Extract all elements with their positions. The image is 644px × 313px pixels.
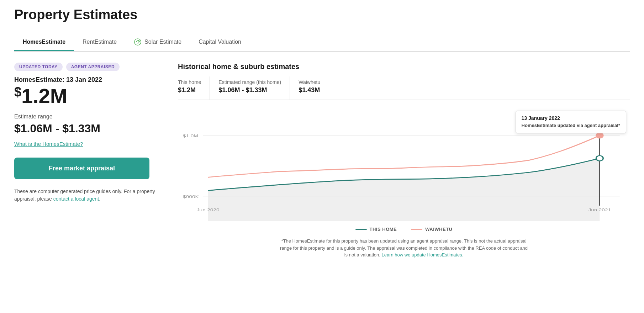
range-label: Estimate range xyxy=(14,113,157,120)
estimate-date: HomesEstimate: 13 Jan 2022 xyxy=(14,76,157,84)
homes-estimate-link[interactable]: What is the HomesEstimate? xyxy=(14,141,157,147)
footnote: *The HomesEstimate for this property has… xyxy=(279,238,528,259)
tab-capital-valuation[interactable]: Capital Valuation xyxy=(190,34,250,51)
chart-tooltip: 13 January 2022 HomesEstimate updated vi… xyxy=(516,111,626,133)
contact-local-agent-link[interactable]: contact a local agent xyxy=(53,196,99,202)
estimate-currency: $ xyxy=(14,85,21,99)
legend-waiwhetu-line xyxy=(411,229,422,230)
stat-estimated-range: Estimated range (this home) $1.06M - $1.… xyxy=(218,76,290,100)
stat-waiwhetu-value: $1.43M xyxy=(299,86,320,94)
legend-this-home-label: THIS HOME xyxy=(370,227,397,232)
chart-title: Historical home & suburb estimates xyxy=(178,63,630,71)
disclaimer-text: These are computer generated price guide… xyxy=(14,188,157,203)
badge-updated-today: UPDATED TODAY xyxy=(14,63,63,71)
svg-point-7 xyxy=(596,133,603,138)
footnote-link[interactable]: Learn how we update HomesEstimates. xyxy=(382,252,464,258)
stat-this-home-label: This home xyxy=(178,79,201,85)
left-panel: UPDATED TODAY AGENT APPRAISED HomesEstim… xyxy=(14,63,157,259)
chart-stats: This home $1.2M Estimated range (this ho… xyxy=(178,76,630,100)
svg-text:Jun 2021: Jun 2021 xyxy=(588,208,611,212)
right-panel: Historical home & suburb estimates This … xyxy=(178,63,630,259)
tab-rent-estimate[interactable]: RentEstimate xyxy=(74,34,125,51)
stat-this-home-value: $1.2M xyxy=(178,86,201,94)
solar-label: Solar Estimate xyxy=(144,39,181,45)
stat-waiwhetu: Waiwhetu $1.43M xyxy=(299,76,329,100)
page-title: Property Estimates xyxy=(14,7,630,22)
estimate-number: 1.2M xyxy=(21,84,67,107)
tab-homes-estimate[interactable]: HomesEstimate xyxy=(14,34,74,51)
legend-waiwhetu: WAIWHETU xyxy=(411,227,452,232)
chart-legend: THIS HOME WAIWHETU xyxy=(178,227,630,232)
tooltip-text: HomesEstimate updated via agent appraisa… xyxy=(522,122,620,129)
stat-range-value: $1.06M - $1.33M xyxy=(218,86,281,94)
chart-area: $1.0M $900K Jun 2020 Jun xyxy=(178,107,630,221)
svg-text:$900K: $900K xyxy=(183,195,199,199)
stat-this-home: This home $1.2M xyxy=(178,76,210,100)
main-content: UPDATED TODAY AGENT APPRAISED HomesEstim… xyxy=(14,63,630,259)
range-value: $1.06M - $1.33M xyxy=(14,122,157,135)
svg-point-6 xyxy=(596,156,603,161)
tab-solar-estimate[interactable]: Solar Estimate xyxy=(125,33,190,52)
solar-icon xyxy=(134,38,142,46)
legend-this-home: THIS HOME xyxy=(355,227,397,232)
estimate-value: $1.2M xyxy=(14,86,157,106)
svg-text:$1.0M: $1.0M xyxy=(183,134,198,138)
stat-waiwhetu-label: Waiwhetu xyxy=(299,79,320,85)
legend-waiwhetu-label: WAIWHETU xyxy=(425,227,452,232)
tabs-container: HomesEstimate RentEstimate Solar Estimat… xyxy=(14,33,630,52)
legend-this-home-line xyxy=(355,229,367,230)
svg-text:Jun 2020: Jun 2020 xyxy=(197,208,220,212)
free-market-appraisal-button[interactable]: Free market appraisal xyxy=(14,158,149,179)
badges-row: UPDATED TODAY AGENT APPRAISED xyxy=(14,63,157,71)
tooltip-date: 13 January 2022 xyxy=(522,115,620,121)
stat-range-label: Estimated range (this home) xyxy=(218,79,281,85)
badge-agent-appraised: AGENT APPRAISED xyxy=(66,63,120,71)
